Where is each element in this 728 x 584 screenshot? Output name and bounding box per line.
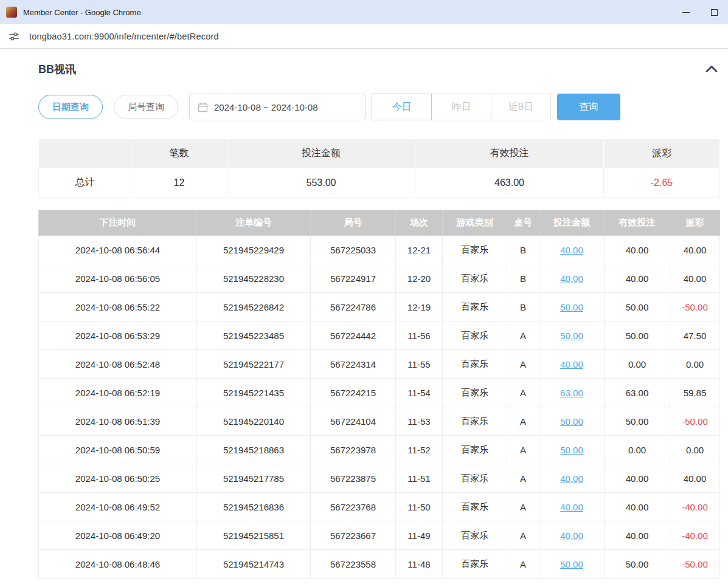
bet-table-body: 2024-10-08 06:56:44521945229429567225033… (39, 236, 720, 579)
bet-amount-link[interactable]: 40.00 (560, 273, 583, 284)
minimize-button[interactable] (672, 0, 700, 24)
valid-bet-cell: 0.00 (605, 436, 670, 464)
bet-amount-cell: 50.00 (539, 550, 605, 579)
game-type-cell: 百家乐 (443, 407, 507, 436)
table-no-cell: A (507, 521, 539, 550)
summary-total-label: 总计 (39, 168, 131, 198)
table-row: 2024-10-08 06:49:20521945215851567223667… (39, 521, 720, 550)
session-cell: 11-48 (396, 550, 443, 579)
table-row: 2024-10-08 06:53:29521945223485567224442… (39, 321, 720, 350)
session-cell: 11-50 (396, 493, 443, 521)
bet-id-cell: 521945217785 (197, 464, 311, 493)
date-range-value: 2024-10-08 ~ 2024-10-08 (214, 102, 318, 112)
valid-bet-cell: 0.00 (605, 350, 670, 379)
payout-cell: -50.00 (670, 550, 720, 579)
date-range-picker[interactable]: 2024-10-08 ~ 2024-10-08 (189, 94, 366, 120)
tune-icon[interactable] (7, 30, 21, 43)
bet-id-cell: 521945221435 (197, 379, 311, 407)
round-id-cell: 567225033 (311, 236, 396, 264)
filter-row: 日期查询 局号查询 2024-10-08 ~ 2024-10-08 今日 昨日 … (38, 94, 719, 120)
summary-header-empty (39, 139, 131, 168)
session-cell: 11-51 (396, 464, 443, 493)
table-no-cell: B (507, 236, 539, 264)
game-type-cell: 百家乐 (443, 293, 507, 321)
bet-amount-link[interactable]: 50.00 (560, 416, 583, 427)
payout-cell: -50.00 (670, 293, 720, 321)
bet-id-cell: 521945222177 (197, 350, 311, 379)
payout-cell: 0.00 (670, 350, 720, 379)
summary-total-row: 总计 12 553.00 463.00 -2.65 (39, 168, 720, 198)
url-text: tongbao31.com:9900/infe/mcenter/#/betRec… (29, 32, 219, 41)
summary-table: 笔数 投注金额 有效投注 派彩 总计 12 553.00 463.00 -2.6… (38, 139, 720, 198)
bet-amount-cell: 50.00 (539, 321, 605, 350)
game-type-cell: 百家乐 (443, 264, 507, 293)
table-row: 2024-10-08 06:48:46521945214743567223558… (39, 550, 720, 579)
bet-time-cell: 2024-10-08 06:51:39 (39, 407, 197, 436)
payout-cell: 59.85 (670, 379, 720, 407)
table-no-cell: A (507, 379, 539, 407)
round-id-cell: 567223875 (311, 464, 396, 493)
bet-amount-cell: 40.00 (539, 464, 605, 493)
window-titlebar: Member Center - Google Chrome (0, 0, 728, 24)
bet-amount-link[interactable]: 50.00 (560, 445, 583, 455)
today-button[interactable]: 今日 (372, 94, 432, 120)
bet-id-cell: 521945216836 (197, 493, 311, 521)
bet-record-table: 下注时间注单编号局号场次游戏类别桌号投注金额有效投注派彩 2024-10-08 … (38, 210, 720, 579)
column-header: 有效投注 (605, 210, 670, 236)
table-no-cell: B (507, 264, 539, 293)
game-type-cell: 百家乐 (443, 379, 507, 407)
bet-amount-cell: 50.00 (539, 436, 605, 464)
bet-time-cell: 2024-10-08 06:50:59 (39, 436, 197, 464)
search-button[interactable]: 查询 (557, 94, 620, 120)
date-query-tab[interactable]: 日期查询 (38, 95, 103, 119)
table-row: 2024-10-08 06:56:44521945229429567225033… (39, 236, 720, 264)
round-id-cell: 567224442 (311, 321, 396, 350)
bet-amount-link[interactable]: 40.00 (560, 245, 583, 255)
bet-amount-cell: 40.00 (539, 350, 605, 379)
bet-amount-link[interactable]: 40.00 (560, 359, 583, 369)
bet-amount-link[interactable]: 63.00 (560, 388, 583, 398)
bet-amount-link[interactable]: 40.00 (560, 473, 583, 484)
address-bar[interactable]: tongbao31.com:9900/infe/mcenter/#/betRec… (0, 24, 728, 49)
calendar-icon (198, 102, 208, 112)
column-header: 桌号 (507, 210, 539, 236)
session-cell: 11-53 (396, 407, 443, 436)
yesterday-button[interactable]: 昨日 (431, 94, 491, 120)
bet-amount-cell: 63.00 (539, 379, 605, 407)
payout-cell: 0.00 (670, 436, 720, 464)
bet-time-cell: 2024-10-08 06:50:25 (39, 464, 197, 493)
collapse-section-button[interactable] (704, 63, 719, 76)
table-row: 2024-10-08 06:52:48521945222177567224314… (39, 350, 720, 379)
round-id-cell: 567223558 (311, 550, 396, 579)
table-no-cell: B (507, 293, 539, 321)
minimize-icon (682, 12, 690, 13)
bet-amount-link[interactable]: 50.00 (560, 559, 583, 569)
payout-cell: -40.00 (670, 493, 720, 521)
bet-time-cell: 2024-10-08 06:49:20 (39, 521, 197, 550)
bet-amount-cell: 50.00 (539, 293, 605, 321)
game-type-cell: 百家乐 (443, 436, 507, 464)
column-header: 局号 (311, 210, 396, 236)
column-header: 场次 (396, 210, 443, 236)
column-header: 注单编号 (197, 210, 311, 236)
payout-cell: 40.00 (670, 264, 720, 293)
summary-total-valid-bet: 463.00 (415, 168, 604, 198)
round-query-tab[interactable]: 局号查询 (114, 95, 178, 119)
valid-bet-cell: 40.00 (605, 264, 670, 293)
valid-bet-cell: 40.00 (605, 464, 670, 493)
game-type-cell: 百家乐 (443, 521, 507, 550)
round-id-cell: 567223978 (311, 436, 396, 464)
bet-time-cell: 2024-10-08 06:49:52 (39, 493, 197, 521)
last-8-days-button[interactable]: 近8日 (491, 94, 551, 120)
bet-amount-link[interactable]: 50.00 (560, 302, 583, 312)
bet-amount-cell: 40.00 (539, 264, 605, 293)
bet-amount-link[interactable]: 40.00 (560, 531, 583, 541)
bet-amount-link[interactable]: 50.00 (560, 331, 583, 341)
game-type-cell: 百家乐 (443, 550, 507, 579)
column-header: 派彩 (670, 210, 720, 236)
bet-amount-cell: 40.00 (539, 236, 605, 264)
valid-bet-cell: 50.00 (605, 407, 670, 436)
maximize-button[interactable] (700, 0, 728, 24)
bet-amount-link[interactable]: 40.00 (560, 502, 583, 512)
bet-time-cell: 2024-10-08 06:48:46 (39, 550, 197, 579)
